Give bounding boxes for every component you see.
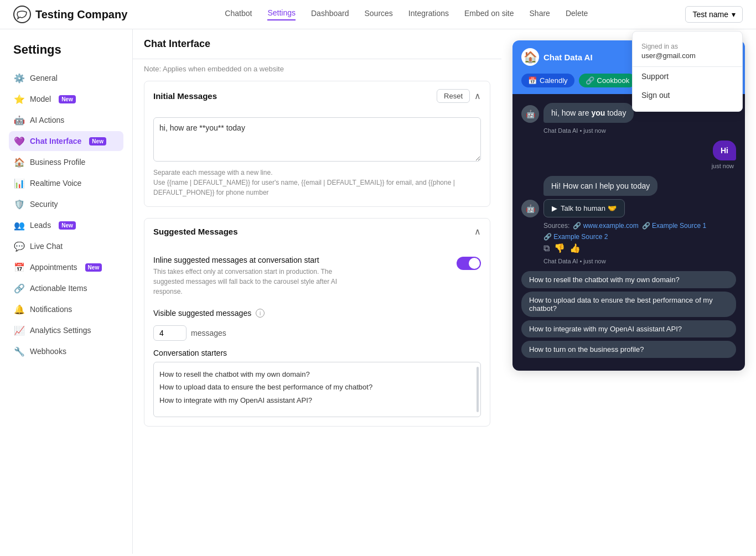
chevron-down-icon: ▾	[732, 10, 736, 19]
sidebar-label-security: Security	[30, 200, 58, 209]
initial-messages-header[interactable]: Initial Messages Reset ∧	[144, 81, 490, 111]
nav-delete[interactable]: Delete	[566, 9, 588, 20]
messages-label: messages	[191, 329, 226, 337]
section-note: Note: Applies when embedded on a website	[133, 59, 501, 81]
dropdown-support[interactable]: Support	[633, 67, 742, 86]
initial-messages-input[interactable]: hi, how are **you** today	[153, 117, 481, 162]
chat-header-left: 🏠 Chat Data AI	[521, 48, 593, 66]
section-title: Chat Interface	[144, 38, 210, 50]
inline-toggle-info: Inline suggested messages at conversatio…	[153, 256, 353, 297]
nav-integrations[interactable]: Integrations	[408, 9, 449, 20]
sidebar-item-webhooks[interactable]: 🔧 Webhooks	[9, 341, 123, 361]
suggestion-chips: How to resell the chatbot with my own do…	[521, 271, 736, 358]
suggested-messages-header[interactable]: Suggested Messages ∧	[144, 219, 490, 245]
inline-toggle-switch[interactable]	[457, 257, 481, 270]
thumbs-down-button[interactable]: 👎	[554, 243, 565, 253]
nav-settings[interactable]: Settings	[267, 8, 296, 20]
bell-icon: 🔔	[14, 304, 24, 314]
sidebar-title: Settings	[9, 43, 123, 57]
bot-meta-2: Chat Data AI • just now	[521, 258, 736, 264]
nav-share[interactable]: Share	[530, 9, 550, 20]
sidebar-item-realtime-voice[interactable]: 📊 Realtime Voice	[9, 173, 123, 193]
initial-messages-actions: Reset ∧	[437, 89, 481, 103]
chat-brand-icon: 🏠	[521, 48, 539, 66]
link-icon: 🔗	[14, 283, 24, 293]
starters-scrollbar[interactable]	[477, 367, 479, 412]
sidebar-item-chat-interface[interactable]: 💜 Chat Interface New	[9, 131, 123, 151]
sidebar-item-appointments[interactable]: 📅 Appointments New	[9, 257, 123, 277]
nav-dashboard[interactable]: Dashboard	[311, 9, 349, 20]
sources-row: Sources: 🔗 www.example.com 🔗 Example Sou…	[521, 222, 736, 241]
source-link-3[interactable]: 🔗 Example Source 2	[543, 233, 608, 241]
sidebar-item-notifications[interactable]: 🔔 Notifications	[9, 299, 123, 319]
gear-icon: ⚙️	[14, 73, 24, 83]
initial-messages-help: Separate each message with a new line.Us…	[153, 168, 481, 198]
sidebar-label-analytics-settings: Analytics Settings	[30, 326, 91, 335]
sidebar-item-leads[interactable]: 👥 Leads New	[9, 215, 123, 235]
user-menu-button[interactable]: Test name ▾	[685, 6, 743, 23]
nav-embed[interactable]: Embed on site	[464, 9, 514, 20]
inline-toggle-row: Inline suggested messages at conversatio…	[153, 251, 481, 303]
starters-box[interactable]: How to resell the chatbot with my own do…	[153, 362, 481, 417]
bot-response-row: 🤖 Hi! How can I help you today ▶ Talk to…	[521, 176, 736, 217]
analytics-icon: 📈	[14, 325, 24, 335]
sidebar-item-security[interactable]: 🛡️ Security	[9, 194, 123, 214]
sidebar: Settings ⚙️ General ⭐ Model New 🤖 AI Act…	[0, 29, 133, 554]
thumbs-up-button[interactable]: 👍	[569, 243, 581, 253]
appointments-badge: New	[85, 263, 102, 272]
nav-chatbot[interactable]: Chatbot	[225, 9, 252, 20]
visible-count-input[interactable]	[153, 325, 187, 341]
chat-icon: 💜	[14, 136, 24, 146]
source-link-1[interactable]: 🔗 www.example.com	[573, 222, 638, 230]
sidebar-item-actionable-items[interactable]: 🔗 Actionable Items	[9, 278, 123, 298]
sidebar-label-notifications: Notifications	[30, 305, 72, 314]
nav-sources[interactable]: Sources	[365, 9, 393, 20]
sidebar-item-general[interactable]: ⚙️ General	[9, 68, 123, 88]
suggestion-chip-2[interactable]: How to upload data to ensure the best pe…	[521, 292, 736, 317]
feedback-row: ⧉ 👎 👍	[521, 243, 736, 253]
leads-badge: New	[59, 221, 76, 230]
sidebar-label-model: Model	[30, 95, 51, 103]
info-icon[interactable]: i	[256, 309, 265, 318]
logo-icon	[13, 6, 31, 23]
suggested-messages-collapsible: Suggested Messages ∧ Inline suggested me…	[144, 218, 490, 427]
initial-messages-section: Initial Messages Reset ∧ hi, how are **y…	[144, 81, 490, 207]
calendar-icon: 📅	[14, 262, 24, 272]
bot-response-content: Hi! How can I help you today ▶ Talk to h…	[543, 176, 657, 217]
bot-bubble-1: hi, how are you today	[543, 103, 634, 123]
sidebar-item-business-profile[interactable]: 🏠 Business Profile	[9, 152, 123, 172]
starter-item-2: How to upload data to ensure the best pe…	[159, 381, 475, 393]
user-bubble-1: Hi	[713, 141, 736, 160]
suggestion-chip-1[interactable]: How to resell the chatbot with my own do…	[521, 271, 736, 288]
starter-item-1: How to resell the chatbot with my own do…	[159, 368, 475, 381]
suggested-messages-title: Suggested Messages	[153, 227, 238, 236]
calendly-button[interactable]: 📅 Calendly	[521, 74, 574, 87]
sidebar-item-model[interactable]: ⭐ Model New	[9, 89, 123, 109]
source-link-2[interactable]: 🔗 Example Source 1	[642, 222, 706, 230]
sidebar-label-actionable-items: Actionable Items	[30, 284, 87, 293]
sidebar-item-live-chat[interactable]: 💬 Live Chat	[9, 236, 123, 256]
cookbook-button[interactable]: 🔗 Cookbook	[579, 74, 636, 87]
star-icon: ⭐	[14, 94, 24, 104]
sidebar-label-ai-actions: AI Actions	[30, 116, 64, 124]
inline-toggle-desc: This takes effect only at conversation s…	[153, 267, 353, 297]
suggested-messages-section: Suggested Messages ∧ Inline suggested me…	[144, 218, 490, 427]
sidebar-label-business-profile: Business Profile	[30, 158, 85, 167]
dropdown-signout[interactable]: Sign out	[633, 86, 742, 105]
user-message-1: Hi	[521, 141, 736, 160]
chevron-up-icon: ∧	[474, 91, 481, 101]
copy-button[interactable]: ⧉	[543, 243, 550, 253]
sidebar-item-analytics-settings[interactable]: 📈 Analytics Settings	[9, 320, 123, 340]
main-nav: Chatbot Settings Dashboard Sources Integ…	[225, 8, 588, 20]
suggestion-chip-3[interactable]: How to integrate with my OpenAI assistan…	[521, 320, 736, 337]
section-header: Chat Interface	[133, 29, 501, 59]
chat-brand-name: Chat Data AI	[543, 53, 593, 62]
suggestion-chip-4[interactable]: How to turn on the business profile?	[521, 341, 736, 358]
talk-to-human-button[interactable]: ▶ Talk to human 🤝	[543, 199, 625, 217]
reset-button[interactable]: Reset	[437, 89, 470, 103]
starter-item-3: How to integrate with my OpenAI assistan…	[159, 394, 475, 407]
bot-response-bubble: Hi! How can I help you today	[543, 176, 657, 196]
suggested-messages-body: Inline suggested messages at conversatio…	[144, 245, 490, 426]
sidebar-item-ai-actions[interactable]: 🤖 AI Actions	[9, 110, 123, 130]
leads-icon: 👥	[14, 220, 24, 230]
